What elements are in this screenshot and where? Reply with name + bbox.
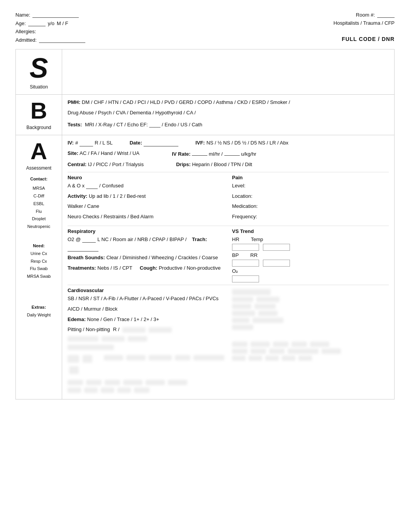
iv-rate-ml-field[interactable] <box>192 150 207 156</box>
room-field[interactable] <box>377 12 395 18</box>
walker-cane-line: Walker / Cane <box>68 202 224 211</box>
pmh-items: DM / CHF / HTN / CAD / PCI / HLD / PVD /… <box>82 99 290 105</box>
blurred9 <box>149 355 172 360</box>
date-field[interactable] <box>144 140 178 146</box>
extras-label: Extras: <box>27 304 51 311</box>
age-label: Age: <box>15 20 26 26</box>
aox-label: A & O x <box>68 182 85 190</box>
pain-medication-line: Medication: <box>232 202 389 211</box>
vs-box-row1 <box>232 289 389 295</box>
pitting-line: Pitting / Non-pitting R / <box>68 326 224 334</box>
age-separator: y/o <box>48 20 54 26</box>
o2-box[interactable] <box>232 275 259 282</box>
o2-box-row <box>232 275 389 282</box>
droplet-label: Droplet <box>27 215 51 223</box>
blurred22 <box>134 388 149 393</box>
breath-label: Breath Sounds: <box>68 255 105 260</box>
hr-box[interactable] <box>232 244 259 251</box>
room-label: Room #: <box>356 12 375 18</box>
age-field[interactable] <box>28 20 46 26</box>
gender-options: M / F <box>57 20 68 26</box>
allergies-label: Allergies: <box>15 29 36 34</box>
blurred18 <box>68 388 81 393</box>
pitting-options: Pitting / Non-pitting <box>68 326 110 334</box>
blurred3 <box>68 336 98 342</box>
vs-box-row6 <box>232 325 389 330</box>
o2-options: L NC / Room air / NRB / CPAP / BIPAP / <box>97 236 186 244</box>
vs-extra-boxes <box>232 289 389 361</box>
activity-label: Activity: <box>68 193 87 199</box>
divider2 <box>68 226 389 226</box>
o2-symbol-row: O₂ <box>232 268 389 274</box>
blurred10 <box>175 355 190 360</box>
sbar-container: S Situation B Background PMH: DM / CHF /… <box>15 49 395 399</box>
respiratory-header: Respiratory <box>68 228 224 234</box>
neutropenic-label: Neutropenic <box>27 223 51 231</box>
hr-label: HR <box>232 236 239 242</box>
treatments-line: Treatments: Nebs / IS / CPT Cough: Produ… <box>68 264 224 272</box>
o2-rate-field[interactable] <box>82 236 96 243</box>
admitted-line: Admitted: <box>15 37 85 43</box>
divider1 <box>68 172 389 172</box>
pain-location-label: Location: <box>232 193 252 199</box>
bp-box[interactable] <box>232 260 259 267</box>
b-content: PMH: DM / CHF / HTN / CAD / PCI / HLD / … <box>62 95 394 135</box>
iv-number-field[interactable] <box>80 140 93 146</box>
iv-rate-ukg-field[interactable] <box>224 150 240 156</box>
allergies-line: Allergies: <box>15 29 85 34</box>
name-field[interactable] <box>32 12 79 18</box>
iv-line: IV: # R / L SL Date: IVF: NS / ½ NS / D5… <box>68 139 389 147</box>
edema-options: None / Gen / Trace / 1+ / 2+ / 3+ <box>87 316 159 322</box>
pmh-items2: Drug Abuse / Psych / CVA / Dementia / Hy… <box>68 110 196 116</box>
b-word: Background <box>26 125 51 130</box>
flu-swab-label: Flu Swab <box>27 265 51 273</box>
aox-field[interactable] <box>86 183 98 189</box>
providers: Hospitalists / Trauma / CFP <box>334 20 395 26</box>
admitted-field[interactable] <box>39 37 85 43</box>
blurred6 <box>68 345 114 350</box>
temp-box[interactable] <box>263 244 290 251</box>
vs-col: VS Trend HR Temp BP RR <box>228 228 389 282</box>
central-options: IJ / PICC / Port / Trialysis <box>88 161 144 167</box>
vs-box-row7 <box>232 342 389 347</box>
pain-level-line: Level: <box>232 182 389 190</box>
a-word: Assessment <box>26 165 51 171</box>
ivf-label: IVF: <box>195 139 205 147</box>
temp-label: Temp <box>251 236 263 242</box>
blurred-line1 <box>68 336 224 342</box>
pain-frequency-label: Frequency: <box>232 214 257 219</box>
neuro-col: Neuro A & O x / Confused Activity: Up ad… <box>68 175 228 223</box>
site-options: AC / FA / Hand / Wrist / UA <box>80 150 139 156</box>
blurred-line2 <box>68 345 224 353</box>
blurred4 <box>102 336 125 342</box>
site-ivrate-line: Site: AC / FA / Hand / Wrist / UA IV Rat… <box>68 150 389 158</box>
tests-label: Tests: <box>68 122 82 127</box>
ivf-options: NS / ½ NS / D5 ½ / D5 NS / LR / Abx <box>207 139 288 147</box>
neuro-checks-line: Neuro Checks / Restraints / Bed Alarm <box>68 213 224 221</box>
pain-location-line: Location: <box>232 192 389 201</box>
aox-line: A & O x / Confused <box>68 182 224 190</box>
vs-labels-row: HR Temp <box>232 236 389 242</box>
room-line: Room #: <box>356 12 395 18</box>
blurred-line4 <box>68 380 224 385</box>
contact-label: Contact: <box>27 175 51 183</box>
vs-box-row8 <box>232 348 389 354</box>
trach-field[interactable] <box>68 245 98 252</box>
cardio-vs-col <box>228 287 389 395</box>
o2-symbol: O₂ <box>232 268 238 274</box>
vs-box-row4 <box>232 311 389 316</box>
blurred7 <box>104 355 123 360</box>
cough-label: Cough: <box>140 265 157 271</box>
breath-line: Breath Sounds: Clear / Diminished / Whee… <box>68 254 224 262</box>
site-label: Site: <box>68 150 78 156</box>
blurred12 <box>68 380 83 385</box>
rr-box[interactable] <box>263 260 290 267</box>
pain-level-label: Level: <box>232 183 246 189</box>
activity-options: Up ad lib / 1 / 2 / Bed-rest <box>89 193 146 199</box>
rr-label: RR <box>250 252 258 258</box>
tests-line: Tests: MRI / X-Ray / CT / Echo EF: ____ … <box>68 121 389 129</box>
s-word: Situation <box>30 84 48 90</box>
blurred16 <box>146 380 165 385</box>
iv-options: R / L SL <box>95 139 112 147</box>
a-label-col: A Assessment Contact: MRSA C-Diff ESBL F… <box>16 135 62 399</box>
